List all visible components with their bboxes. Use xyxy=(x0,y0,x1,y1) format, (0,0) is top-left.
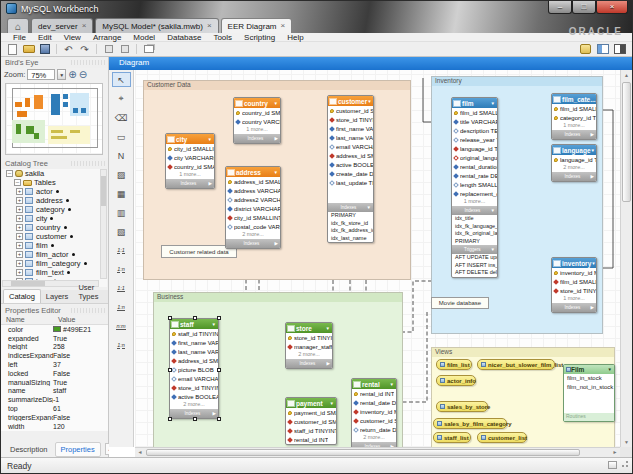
zoom-dropdown-arrow[interactable]: ▼ xyxy=(57,69,66,80)
note-tool[interactable]: N xyxy=(112,148,131,163)
indexes-section-header[interactable]: Indexes▼ xyxy=(328,203,373,212)
tab-dev_server[interactable]: dev_server× xyxy=(31,18,93,33)
property-row-manualSizing[interactable]: manualSizingTrue xyxy=(1,378,108,387)
tree-expander-icon[interactable]: + xyxy=(16,233,23,240)
collapse-arrow-icon[interactable]: ▼ xyxy=(212,322,216,327)
tree-item-customer[interactable]: +customer xyxy=(2,232,107,241)
more-columns-row[interactable]: 1 more... xyxy=(552,122,596,130)
indexes-footer[interactable]: Indexes▶ xyxy=(552,303,596,312)
collapse-arrow-icon[interactable]: ▼ xyxy=(274,170,278,175)
triggers-section-header[interactable]: Triggers▼ xyxy=(452,245,497,254)
grid-toggle-icon[interactable] xyxy=(608,461,617,469)
toggle-grid-button[interactable] xyxy=(102,44,115,55)
menu-tools[interactable]: Tools xyxy=(207,33,238,42)
tab-mysql[interactable]: MySQL Model* (sakila.mwb)× xyxy=(95,18,218,33)
eraser-tool[interactable]: ⌫ xyxy=(112,110,131,125)
more-columns-row[interactable]: 1 more... xyxy=(234,126,280,134)
menu-file[interactable]: File xyxy=(7,33,32,42)
rel-1-1-identifying-tool[interactable]: 1:1 xyxy=(112,281,131,296)
menu-arrange[interactable]: Arrange xyxy=(87,33,127,42)
table-film[interactable]: film▼film_id SMALLINTtitle VARCHAR(255)d… xyxy=(451,97,498,278)
menu-scripting[interactable]: Scripting xyxy=(238,33,281,42)
routine-group-film[interactable]: Film▼film_in_stockfilm_not_in_stockRouti… xyxy=(563,364,615,422)
more-columns-row[interactable]: 1 more... xyxy=(452,198,497,206)
property-row-locked[interactable]: lockedFalse xyxy=(1,369,108,378)
tree-item-film[interactable]: +film xyxy=(2,241,107,250)
property-row-left[interactable]: left37 xyxy=(1,360,108,369)
tree-item-tables[interactable]: –Tables xyxy=(2,178,107,187)
resize-grip[interactable] xyxy=(620,461,628,469)
new-document-button[interactable] xyxy=(6,44,19,55)
collapse-arrow-icon[interactable]: ▼ xyxy=(326,326,330,331)
more-columns-row[interactable]: 2 more... xyxy=(170,401,218,409)
maximize-button[interactable]: □ xyxy=(572,1,596,14)
routine-group-tool[interactable]: ▧ xyxy=(112,224,131,239)
rel-1-n-existing-columns-tool[interactable]: 1:n xyxy=(112,338,131,353)
more-columns-row[interactable]: 1 more... xyxy=(552,295,596,303)
tree-expander-icon[interactable]: + xyxy=(16,269,23,276)
minimize-button[interactable]: – xyxy=(548,1,572,14)
more-columns-row[interactable]: 2 more... xyxy=(286,351,332,359)
tree-item-country[interactable]: +country xyxy=(2,223,107,232)
selection-handle[interactable] xyxy=(168,368,172,372)
rel-n-m-identifying-tool[interactable]: n:m xyxy=(112,319,131,334)
note-movie-database[interactable]: Movie database xyxy=(431,297,489,309)
canvas-horizontal-scrollbar[interactable]: ◄► xyxy=(135,447,620,457)
more-columns-row[interactable]: 2 more... xyxy=(352,434,396,442)
menu-help[interactable]: Help xyxy=(281,33,309,42)
tree-expander-icon[interactable]: + xyxy=(16,251,23,258)
indexes-footer[interactable]: Indexes▶ xyxy=(552,130,596,139)
collapse-arrow-icon[interactable]: ▼ xyxy=(491,101,495,106)
selection-handle[interactable] xyxy=(217,417,221,421)
tab-home[interactable]: ⌂ xyxy=(7,18,29,33)
tree-item-sakila[interactable]: –sakila xyxy=(2,169,107,178)
indexes-section-header[interactable]: Indexes▼ xyxy=(452,206,497,215)
select-tool[interactable]: ↖ xyxy=(112,72,131,87)
tree-expander-icon[interactable]: + xyxy=(16,206,23,213)
indexes-footer[interactable]: Indexes▶ xyxy=(552,172,596,181)
tree-expander-icon[interactable]: + xyxy=(16,260,23,267)
birds-eye-minimap[interactable] xyxy=(5,83,103,155)
image-tool[interactable]: ▨ xyxy=(112,167,131,182)
rel-1-n-non-identifying-tool[interactable]: 1:n xyxy=(112,262,131,277)
selection-handle[interactable] xyxy=(168,417,172,421)
rel-1-1-non-identifying-tool[interactable]: 1:1 xyxy=(112,243,131,258)
tree-expander-icon[interactable]: – xyxy=(6,170,13,177)
table-tool[interactable]: ▦ xyxy=(112,186,131,201)
tree-item-film_actor[interactable]: +film_actor xyxy=(2,250,107,259)
tab-eer[interactable]: EER Diagram× xyxy=(221,18,293,33)
table-film_category[interactable]: film_cate...▼film_id SMALLINTcategory_id… xyxy=(551,93,597,140)
tree-item-film_text[interactable]: +film_text xyxy=(2,268,107,277)
property-row-color[interactable]: color#499E21 xyxy=(1,325,108,334)
tree-expander-icon[interactable]: + xyxy=(16,188,23,195)
collapse-arrow-icon[interactable]: ▼ xyxy=(591,148,595,153)
bottom-tab-description[interactable]: Description xyxy=(5,443,53,456)
tab-close-icon[interactable]: × xyxy=(82,22,87,30)
undo-button[interactable]: ↶ xyxy=(62,44,75,55)
toggle-right-panel-button[interactable] xyxy=(613,43,626,54)
collapse-arrow-icon[interactable]: ▼ xyxy=(274,101,278,106)
collapse-arrow-icon[interactable]: ▼ xyxy=(608,367,612,372)
view-actor_info[interactable]: actor_info xyxy=(436,375,476,386)
save-model-button[interactable] xyxy=(38,44,51,55)
toggle-align-button[interactable] xyxy=(118,44,131,55)
view-nicer_but_slower_film_list[interactable]: nicer_but_slower_film_list xyxy=(477,359,555,370)
collapse-arrow-icon[interactable]: ▼ xyxy=(367,99,371,104)
property-row-summarizeDisplay[interactable]: summarizeDisplay-1 xyxy=(1,395,108,404)
table-rental[interactable]: rental▼rental_id INTrental_date DATE...i… xyxy=(351,378,397,447)
collapse-arrow-icon[interactable]: ▼ xyxy=(208,137,212,142)
sidebar-tab-catalog[interactable]: Catalog xyxy=(3,289,41,303)
tree-expander-icon[interactable]: – xyxy=(14,179,21,186)
tree-item-actor[interactable]: +actor xyxy=(2,187,107,196)
indexes-footer[interactable]: Indexes▶ xyxy=(234,134,280,143)
menu-view[interactable]: View xyxy=(58,33,87,42)
more-columns-row[interactable]: 1 more... xyxy=(166,171,214,179)
table-payment[interactable]: payment▼payment_id SMAL...customer_id SM… xyxy=(285,397,337,445)
property-row-name[interactable]: namestaff xyxy=(1,387,108,396)
toggle-left-panel-button[interactable] xyxy=(596,43,609,54)
selection-handle[interactable] xyxy=(193,417,197,421)
property-row-triggersExpanded[interactable]: triggersExpandedFalse xyxy=(1,413,108,422)
property-row-expanded[interactable]: expandedTrue xyxy=(1,334,108,343)
close-button[interactable]: × xyxy=(596,1,628,14)
redo-button[interactable]: ↷ xyxy=(78,44,91,55)
